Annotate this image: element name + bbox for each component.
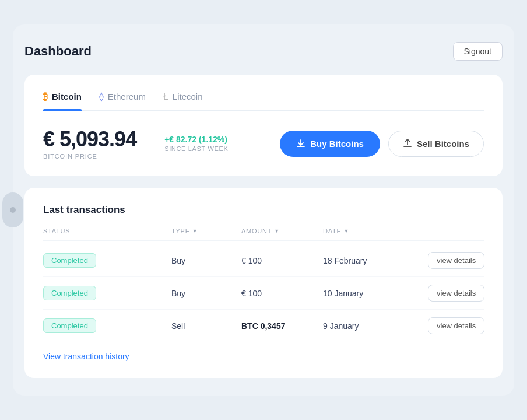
price-label: BITCOIN PRICE: [43, 153, 136, 160]
table-row: Completed Buy € 100 18 February view det…: [43, 244, 484, 277]
action-cell: view details: [428, 317, 498, 334]
price-left: € 5,093.94 BITCOIN PRICE: [43, 127, 136, 160]
status-cell: Completed: [43, 318, 171, 333]
date-cell: 18 February: [323, 256, 428, 265]
table-row: Completed Sell BTC 0,3457 9 January view…: [43, 310, 484, 342]
download-icon: [296, 139, 305, 148]
type-cell: Buy: [171, 289, 241, 298]
view-history-link[interactable]: View transaction history: [43, 352, 129, 361]
sell-button-label: Sell Bitcoins: [417, 139, 469, 149]
action-cell: view details: [428, 285, 498, 302]
price-change-value: +€ 82.72 (1.12%): [164, 135, 228, 144]
price-change-label: SINCE LAST WEEK: [164, 145, 228, 152]
view-details-button[interactable]: view details: [428, 252, 484, 269]
amount-cell: € 100: [241, 256, 323, 265]
table-row: Completed Buy € 100 10 January view deta…: [43, 277, 484, 310]
sidebar-handle-icon: [10, 207, 16, 213]
tab-litecoin-label: Litecoin: [173, 92, 203, 102]
buy-button[interactable]: Buy Bitcoins: [280, 131, 380, 157]
action-cell: view details: [428, 252, 498, 269]
status-badge: Completed: [43, 318, 96, 333]
amount-cell: BTC 0,3457: [241, 321, 323, 331]
col-amount[interactable]: AMOUNT ▼: [241, 228, 323, 235]
col-status: STATUS: [43, 228, 171, 235]
sort-date-icon: ▼: [344, 228, 350, 234]
signout-button[interactable]: Signout: [453, 42, 503, 61]
type-cell: Buy: [171, 256, 241, 265]
upload-icon: [403, 139, 412, 148]
status-badge: Completed: [43, 286, 96, 300]
status-cell: Completed: [43, 253, 171, 268]
amount-cell: € 100: [241, 289, 323, 298]
date-cell: 10 January: [323, 289, 428, 298]
tab-ethereum[interactable]: ⟠ Ethereum: [99, 91, 146, 110]
litecoin-icon: Ł: [163, 92, 168, 102]
price-info: € 5,093.94 BITCOIN PRICE +€ 82.72 (1.12%…: [43, 127, 229, 160]
buy-button-label: Buy Bitcoins: [310, 139, 364, 149]
transactions-card: Last transactions STATUS TYPE ▼ AMOUNT ▼…: [24, 188, 503, 378]
sell-button[interactable]: Sell Bitcoins: [388, 131, 484, 157]
page-title: Dashboard: [24, 44, 92, 59]
header: Dashboard Signout: [24, 42, 503, 61]
ethereum-icon: ⟠: [99, 91, 104, 102]
view-details-button[interactable]: view details: [428, 285, 484, 302]
price-change: +€ 82.72 (1.12%) SINCE LAST WEEK: [164, 135, 228, 152]
type-cell: Sell: [171, 321, 241, 331]
table-body: Completed Buy € 100 18 February view det…: [43, 244, 484, 342]
tab-ethereum-label: Ethereum: [108, 92, 146, 102]
tab-litecoin[interactable]: Ł Litecoin: [163, 91, 203, 110]
price-card: ₿ Bitcoin ⟠ Ethereum Ł Litecoin € 5,093.…: [24, 75, 503, 176]
bitcoin-icon: ₿: [43, 92, 48, 102]
sort-amount-icon: ▼: [274, 228, 280, 234]
price-value: € 5,093.94: [43, 127, 136, 152]
transactions-title: Last transactions: [43, 204, 484, 216]
action-buttons: Buy Bitcoins Sell Bitcoins: [280, 131, 484, 157]
sort-type-icon: ▼: [192, 228, 198, 234]
outer-container: Dashboard Signout ₿ Bitcoin ⟠ Ethereum Ł…: [13, 24, 514, 396]
tabs: ₿ Bitcoin ⟠ Ethereum Ł Litecoin: [43, 91, 484, 111]
col-type[interactable]: TYPE ▼: [171, 228, 241, 235]
table-header: STATUS TYPE ▼ AMOUNT ▼ DATE ▼: [43, 228, 484, 241]
date-cell: 9 January: [323, 321, 428, 331]
sidebar-handle[interactable]: [2, 192, 23, 228]
price-section: € 5,093.94 BITCOIN PRICE +€ 82.72 (1.12%…: [43, 127, 484, 160]
view-details-button[interactable]: view details: [428, 317, 484, 334]
status-cell: Completed: [43, 286, 171, 300]
col-action: [428, 228, 498, 235]
tab-bitcoin-label: Bitcoin: [52, 92, 82, 102]
tab-bitcoin[interactable]: ₿ Bitcoin: [43, 91, 82, 110]
col-date[interactable]: DATE ▼: [323, 228, 428, 235]
status-badge: Completed: [43, 253, 96, 268]
